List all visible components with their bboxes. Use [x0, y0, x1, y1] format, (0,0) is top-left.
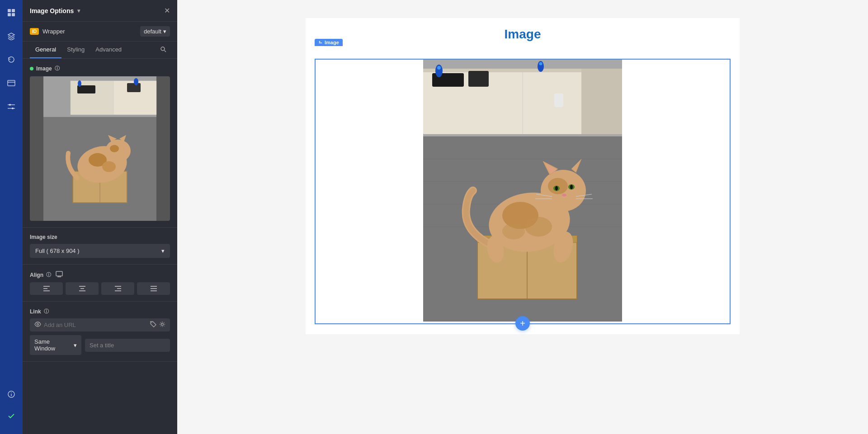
svg-point-31 — [105, 140, 131, 162]
image-section: Image ⓘ — [23, 59, 177, 228]
chevron-down-icon[interactable]: ▾ — [77, 8, 80, 14]
grid-icon[interactable] — [4, 5, 19, 20]
image-thumbnail[interactable] — [30, 76, 170, 221]
sliders-icon[interactable] — [4, 99, 19, 114]
canvas-image-area — [316, 60, 730, 323]
align-section-label: Align ⓘ — [30, 271, 170, 279]
svg-rect-4 — [8, 80, 15, 86]
tabs-row: General Styling Advanced — [23, 42, 177, 59]
svg-point-92 — [555, 186, 558, 191]
window-select-value: Same Window — [34, 338, 72, 352]
window-chevron-icon: ▾ — [74, 342, 77, 349]
svg-rect-1 — [12, 9, 15, 12]
wrapper-chevron-icon: ▾ — [163, 28, 166, 35]
svg-point-9 — [12, 107, 14, 109]
tag-icon[interactable] — [150, 321, 156, 329]
svg-point-81 — [525, 217, 552, 237]
canvas-content: Image Image — [306, 18, 740, 334]
svg-point-64 — [437, 66, 441, 70]
svg-rect-67 — [554, 93, 563, 107]
svg-rect-60 — [581, 69, 622, 134]
panel-title: Image Options ▾ — [30, 7, 80, 14]
url-input[interactable] — [44, 322, 147, 328]
plus-icon: + — [520, 319, 525, 328]
svg-point-7 — [9, 104, 11, 106]
image-container: Image — [315, 49, 731, 324]
layers-icon[interactable] — [4, 29, 19, 43]
align-right-button[interactable] — [101, 282, 134, 295]
image-size-select[interactable]: Full ( 678 x 904 ) ▾ — [30, 244, 170, 258]
svg-line-14 — [165, 51, 166, 52]
status-dot — [30, 67, 33, 70]
svg-rect-21 — [127, 83, 141, 92]
svg-point-66 — [539, 62, 542, 65]
svg-point-23 — [78, 80, 81, 87]
svg-point-30 — [102, 161, 116, 172]
svg-point-51 — [37, 323, 39, 325]
icon-bar — [0, 0, 23, 434]
tab-styling[interactable]: Styling — [61, 42, 90, 58]
align-left-button[interactable] — [30, 282, 63, 295]
image-selection-container[interactable]: + — [315, 59, 731, 324]
options-panel: Image Options ▾ ✕ ID Wrapper default ▾ G… — [23, 0, 177, 434]
info-icon[interactable] — [4, 387, 19, 401]
left-space — [316, 60, 423, 323]
svg-point-93 — [570, 185, 573, 189]
image-size-label: Image size — [30, 234, 170, 240]
svg-point-54 — [319, 41, 321, 42]
widget-icon[interactable] — [4, 76, 19, 90]
svg-point-53 — [161, 323, 164, 326]
svg-point-32 — [110, 145, 119, 152]
close-button[interactable]: ✕ — [164, 6, 170, 15]
svg-rect-35 — [56, 271, 62, 276]
align-label-text: Align — [30, 272, 43, 278]
wrapper-label: Wrapper — [42, 28, 137, 35]
image-label-text: Image — [36, 65, 52, 72]
svg-point-82 — [502, 223, 525, 239]
svg-rect-3 — [12, 13, 15, 16]
history-icon[interactable] — [4, 52, 19, 67]
tab-advanced[interactable]: Advanced — [90, 42, 127, 58]
image-section-label: Image ⓘ — [30, 65, 170, 72]
window-select[interactable]: Same Window ▾ — [30, 335, 81, 355]
svg-point-52 — [151, 322, 152, 323]
wrapper-select[interactable]: default ▾ — [140, 26, 170, 37]
svg-point-12 — [11, 392, 12, 393]
image-size-label-text: Image size — [30, 234, 57, 240]
id-badge: ID — [30, 28, 39, 35]
align-center-button[interactable] — [66, 282, 99, 295]
link-info-icon[interactable]: ⓘ — [44, 308, 49, 315]
size-chevron-icon: ▾ — [161, 247, 165, 254]
align-section: Align ⓘ — [23, 265, 177, 302]
align-info-icon[interactable]: ⓘ — [46, 271, 51, 278]
wrapper-select-value: default — [144, 28, 161, 35]
align-options — [30, 282, 170, 295]
panel-header: Image Options ▾ ✕ — [23, 0, 177, 22]
image-size-section: Image size Full ( 678 x 904 ) ▾ — [23, 228, 177, 265]
right-space — [622, 60, 730, 323]
check-icon[interactable] — [4, 409, 19, 423]
add-block-button[interactable]: + — [515, 316, 530, 331]
svg-rect-0 — [8, 9, 11, 12]
canvas-area: Image Image — [177, 0, 868, 434]
image-info-icon[interactable]: ⓘ — [55, 65, 60, 72]
link-section-label: Link ⓘ — [30, 308, 170, 315]
eye-icon — [34, 322, 41, 328]
monitor-icon[interactable] — [56, 271, 63, 279]
link-actions — [150, 321, 165, 329]
svg-point-13 — [161, 47, 165, 51]
svg-point-22 — [134, 78, 138, 85]
link-section: Link ⓘ — [23, 302, 177, 362]
search-icon[interactable] — [156, 42, 170, 57]
window-title-row: Same Window ▾ — [30, 335, 170, 355]
title-input[interactable] — [85, 339, 170, 352]
tab-general[interactable]: General — [30, 42, 61, 58]
settings-icon[interactable] — [159, 321, 165, 329]
image-label-badge[interactable]: Image — [315, 39, 343, 46]
align-justify-button[interactable] — [137, 282, 170, 295]
image-size-value: Full ( 678 x 904 ) — [35, 247, 80, 254]
link-label-text: Link — [30, 308, 41, 315]
image-badge-text: Image — [325, 40, 339, 45]
svg-rect-2 — [8, 13, 11, 16]
wrapper-row: ID Wrapper default ▾ — [23, 22, 177, 42]
